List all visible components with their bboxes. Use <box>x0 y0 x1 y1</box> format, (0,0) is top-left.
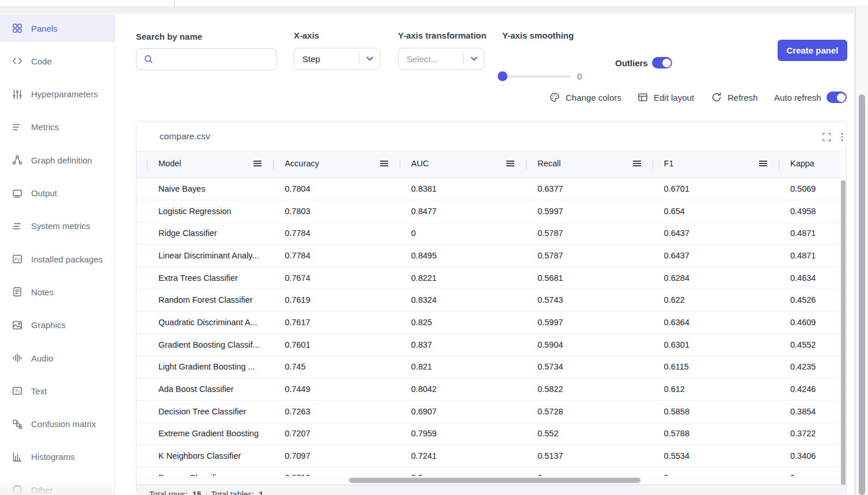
y-axis-smoothing-slider-track[interactable] <box>501 75 570 78</box>
metric-value-cell: 0.4958 <box>790 200 840 223</box>
page-scrollbar-thumb[interactable] <box>859 94 865 495</box>
kebab-menu-icon[interactable] <box>836 131 848 143</box>
metric-value-cell: 0.4871 <box>790 222 840 245</box>
table-row[interactable]: Ada Boost Classifier0.74490.80420.58220.… <box>137 378 840 401</box>
table-row[interactable]: Gradient Boosting Classif...0.76010.8370… <box>137 334 840 356</box>
metric-value-cell: 0.4235 <box>790 356 840 378</box>
y-axis-smoothing-slider-knob[interactable] <box>498 71 507 81</box>
panel-title: compare.csv <box>160 131 210 142</box>
table-row[interactable]: Extra Trees Classifier0.76740.82210.5681… <box>137 267 840 290</box>
total-rows-label: Total rows: <box>149 490 188 495</box>
metric-value-cell: 0.7784 <box>285 245 395 267</box>
change-colors-label: Change colors <box>566 93 621 102</box>
code-icon <box>12 55 23 67</box>
x-axis-select[interactable]: Step <box>294 48 380 70</box>
metric-value-cell: 0.6713 <box>285 467 395 476</box>
model-name-cell: Linear Discriminant Analy... <box>158 245 268 267</box>
y-axis-transformation-select[interactable]: Select... <box>398 48 484 70</box>
expand-panel-icon[interactable] <box>821 131 832 143</box>
column-header-auc[interactable]: AUC <box>411 159 429 168</box>
edit-layout-button[interactable]: Edit layout <box>637 90 694 104</box>
sidebar-item-label: System metrics <box>31 221 90 231</box>
column-header-accuracy[interactable]: Accuracy <box>285 159 319 168</box>
table-row[interactable]: Decision Tree Classifier0.72630.69070.57… <box>137 401 840 423</box>
column-header-model[interactable]: Model <box>158 159 181 168</box>
y-axis-transformation-label: Y-axis transformation <box>398 31 486 40</box>
metric-value-cell: 0 <box>664 467 774 476</box>
column-header-kappa[interactable]: Kappa <box>790 159 814 168</box>
metric-value-cell: 0.5997 <box>537 311 647 334</box>
metric-value-cell: 0.4246 <box>790 378 840 401</box>
audio-icon <box>12 352 23 364</box>
compare-csv-panel: compare.csv ModelAccuracyAUCRecallF1Kapp… <box>136 121 847 495</box>
search-box[interactable] <box>136 48 277 70</box>
column-menu-icon[interactable] <box>506 161 514 167</box>
metric-value-cell: 0.7674 <box>285 267 395 290</box>
column-menu-icon[interactable] <box>759 161 767 167</box>
auto-refresh-toggle[interactable] <box>827 92 847 103</box>
sidebar-item-label: Hyperparameters <box>31 89 98 99</box>
table-vertical-scrollbar-thumb[interactable] <box>841 180 846 494</box>
sidebar-item-text[interactable]: TᴛText <box>0 377 115 405</box>
metric-value-cell: 0.6364 <box>664 311 774 334</box>
sidebar-item-label: Histograms <box>31 452 75 462</box>
metric-value-cell: 0.7263 <box>285 401 395 423</box>
sidebar-item-installed-packages[interactable]: PyInstalled packages <box>0 245 115 273</box>
column-menu-icon[interactable] <box>380 161 388 167</box>
sidebar: PanelsCodeHyperparametersMetricsGraph de… <box>0 14 115 495</box>
table-row[interactable]: Linear Discriminant Analy...0.77840.8495… <box>137 245 840 267</box>
refresh-button[interactable]: Refresh <box>711 90 758 104</box>
sidebar-items: PanelsCodeHyperparametersMetricsGraph de… <box>0 14 115 495</box>
table-row[interactable]: Logistic Regression0.78030.84770.59970.6… <box>137 200 840 223</box>
outliers-toggle[interactable] <box>652 57 672 68</box>
table-horizontal-scrollbar <box>137 476 840 485</box>
metric-value-cell: 0.6701 <box>664 178 774 200</box>
horizontal-scrollbar-thumb[interactable] <box>349 478 640 483</box>
metrics-icon <box>12 121 23 133</box>
column-menu-icon[interactable] <box>253 161 261 167</box>
sidebar-item-output[interactable]: Output <box>0 180 115 207</box>
sidebar-item-graph-definition[interactable]: Graph definition <box>0 146 115 174</box>
column-header-f1[interactable]: F1 <box>664 159 674 168</box>
toggle-knob <box>837 93 846 102</box>
sidebar-item-histograms[interactable]: Histograms <box>0 443 115 471</box>
table-row[interactable]: Light Gradient Boosting ...0.7450.8210.5… <box>137 356 840 378</box>
change-colors-button[interactable]: Change colors <box>549 90 621 104</box>
table-row[interactable]: Quadratic Discriminant A...0.76170.8250.… <box>137 311 840 334</box>
metric-value-cell: 0.3722 <box>790 422 840 445</box>
table-row[interactable]: Random Forest Classifier0.76190.83240.57… <box>137 289 840 311</box>
sidebar-item-audio[interactable]: Audio <box>0 344 115 372</box>
sidebar-item-label: Code <box>31 56 52 66</box>
metric-value-cell: 0.5788 <box>664 422 774 445</box>
sidebar-item-other[interactable]: Other <box>0 476 115 495</box>
sidebar-item-metrics[interactable]: Metrics <box>0 113 115 141</box>
sidebar-item-panels[interactable]: Panels <box>0 14 115 42</box>
outliers-label: Outliers <box>615 58 648 68</box>
sidebar-item-graphics[interactable]: Graphics <box>0 311 115 339</box>
column-menu-icon[interactable] <box>633 161 641 167</box>
sidebar-item-confusion-matrix[interactable]: Confusion matrix <box>0 410 115 438</box>
table-row[interactable]: Dummy Classifier0.67130.5000 <box>137 467 840 476</box>
column-header-recall[interactable]: Recall <box>537 159 560 168</box>
metric-value-cell: 0.7784 <box>285 222 395 245</box>
model-name-cell: Ada Boost Classifier <box>158 378 268 401</box>
confusion-matrix-icon <box>12 418 23 430</box>
create-panel-button[interactable]: Create panel <box>778 40 847 61</box>
sidebar-item-system-metrics[interactable]: System metrics <box>0 212 115 240</box>
table-row[interactable]: K Neighbors Classifier0.70970.72410.5137… <box>137 445 840 467</box>
sidebar-item-hyperparameters[interactable]: Hyperparameters <box>0 81 115 108</box>
sidebar-item-notes[interactable]: Notes <box>0 278 115 306</box>
table-row[interactable]: Ridge Classifier0.778400.57870.64370.487… <box>137 222 840 245</box>
svg-text:Tᴛ: Tᴛ <box>15 389 20 394</box>
table-row[interactable]: Extreme Gradient Boosting0.72070.79590.5… <box>137 422 840 445</box>
table-row[interactable]: Naive Bayes0.78040.83810.63770.67010.506… <box>137 178 840 200</box>
table-header: ModelAccuracyAUCRecallF1Kappa <box>137 151 840 178</box>
graph-definition-icon <box>12 154 23 166</box>
table-body: Naive Bayes0.78040.83810.63770.67010.506… <box>137 178 840 476</box>
output-icon <box>12 188 23 199</box>
search-input[interactable] <box>154 55 280 64</box>
total-tables-value: 1 <box>259 490 263 495</box>
sidebar-item-code[interactable]: Code <box>0 47 115 75</box>
metric-value-cell: 0.821 <box>411 356 521 378</box>
metric-value-cell: 0.7617 <box>285 311 395 334</box>
